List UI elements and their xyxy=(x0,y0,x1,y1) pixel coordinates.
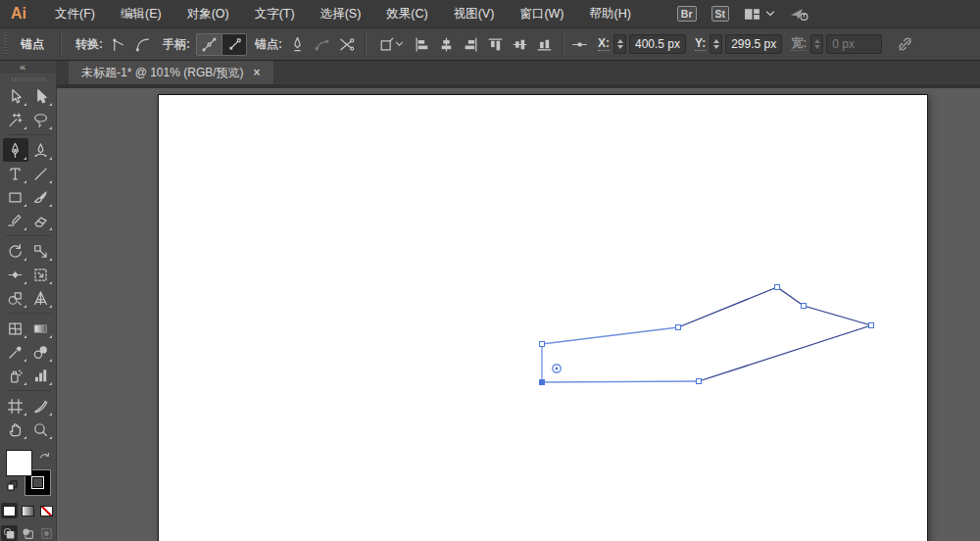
constrain-proportions-icon xyxy=(896,35,914,53)
align-top-button[interactable] xyxy=(483,33,508,56)
menu-item-7[interactable]: 窗口(W) xyxy=(507,0,576,27)
cut-path-button[interactable] xyxy=(334,33,359,56)
convert-to-smooth-button[interactable] xyxy=(130,33,155,56)
flyout-indicator xyxy=(49,180,52,183)
blend-tool-icon xyxy=(32,344,49,361)
column-graph-tool[interactable] xyxy=(28,364,54,387)
curvature-tool[interactable] xyxy=(28,138,54,162)
x-input[interactable]: 400.5 px xyxy=(629,34,686,54)
width-tool[interactable] xyxy=(3,263,28,286)
chevron-down-icon xyxy=(395,40,404,48)
eyedropper-tool[interactable] xyxy=(3,340,28,364)
blend-tool[interactable] xyxy=(28,340,54,364)
pen-path-overlay[interactable] xyxy=(57,88,980,541)
draw-behind-button[interactable] xyxy=(20,525,36,541)
width-input: 0 px xyxy=(826,34,882,54)
flyout-indicator xyxy=(49,227,52,230)
share-gpu-icon[interactable] xyxy=(790,6,809,23)
paintbrush-tool[interactable] xyxy=(28,185,54,209)
flyout-indicator xyxy=(24,103,26,106)
hide-handles-button[interactable] xyxy=(221,34,246,55)
free-transform-tool[interactable] xyxy=(28,263,54,286)
line-segment-tool[interactable] xyxy=(28,162,54,185)
width-tool-icon xyxy=(7,267,24,283)
fill-stroke-control[interactable] xyxy=(6,450,51,496)
align-center-horizontal-button[interactable] xyxy=(434,33,459,56)
bridge-button[interactable]: Br xyxy=(677,6,697,22)
flyout-indicator xyxy=(24,126,26,129)
width-field: 宽: 0 px xyxy=(791,34,882,54)
align-right-button[interactable] xyxy=(459,33,483,56)
tools-panel-grip[interactable] xyxy=(12,77,45,81)
slice-tool[interactable] xyxy=(28,394,54,418)
direct-selection-tool[interactable] xyxy=(3,84,28,108)
selection-tool[interactable] xyxy=(28,84,54,108)
y-label: Y: xyxy=(695,37,706,51)
gradient-button[interactable] xyxy=(20,503,36,518)
flyout-indicator xyxy=(49,204,52,207)
convert-to-corner-button[interactable] xyxy=(106,33,130,56)
flyout-indicator xyxy=(49,335,52,338)
align-center-vertical-button[interactable] xyxy=(508,33,532,56)
type-tool[interactable] xyxy=(3,162,28,185)
artboard-tool[interactable] xyxy=(3,394,28,418)
flyout-indicator xyxy=(49,281,52,284)
shape-builder-tool[interactable] xyxy=(3,286,28,310)
stock-button[interactable]: St xyxy=(711,6,730,22)
document-tab[interactable]: 未标题-1* @ 101% (RGB/预览) × xyxy=(69,61,273,84)
none-button[interactable] xyxy=(38,503,55,518)
shaper-tool[interactable] xyxy=(3,209,28,232)
draw-inside-button[interactable] xyxy=(38,525,55,541)
align-to-artboard-dropdown[interactable] xyxy=(372,33,410,56)
workspace-switcher[interactable] xyxy=(744,6,775,23)
connect-path-button[interactable] xyxy=(310,33,334,56)
y-stepper[interactable] xyxy=(710,34,722,54)
zoom-tool[interactable] xyxy=(28,418,54,441)
mesh-tool[interactable] xyxy=(3,317,28,340)
drawing-mode-buttons xyxy=(1,525,55,541)
show-handles-button[interactable] xyxy=(197,34,221,55)
smooth-point-icon xyxy=(134,36,151,53)
rectangle-tool[interactable] xyxy=(3,185,28,209)
color-button[interactable] xyxy=(1,503,18,518)
hand-tool[interactable] xyxy=(3,418,28,441)
tool-group-divider xyxy=(6,390,51,391)
eraser-tool[interactable] xyxy=(28,209,54,232)
rotate-tool[interactable] xyxy=(3,239,28,263)
scale-tool[interactable] xyxy=(28,239,54,263)
menu-item-2[interactable]: 对象(O) xyxy=(174,0,242,27)
align-bottom-button[interactable] xyxy=(532,33,557,56)
pen-tool[interactable] xyxy=(3,138,28,162)
panel-grip[interactable] xyxy=(2,32,9,56)
direct-selection-tool-icon xyxy=(7,88,24,105)
magic-wand-tool[interactable] xyxy=(3,108,28,131)
remove-anchor-button[interactable] xyxy=(285,33,310,56)
divider xyxy=(563,32,564,56)
align-left-button[interactable] xyxy=(410,33,434,56)
menu-item-0[interactable]: 文件(F) xyxy=(42,0,108,27)
default-fill-stroke-icon[interactable] xyxy=(7,480,18,491)
menubar-right: Br St xyxy=(677,6,809,23)
tab-close-icon[interactable]: × xyxy=(254,67,261,78)
canvas-pasteboard[interactable] xyxy=(57,88,980,541)
menu-item-3[interactable]: 文字(T) xyxy=(242,0,308,27)
menu-item-1[interactable]: 编辑(E) xyxy=(108,0,174,27)
menu-item-4[interactable]: 选择(S) xyxy=(308,0,374,27)
symbol-sprayer-tool[interactable] xyxy=(3,364,28,387)
flyout-indicator xyxy=(49,305,52,308)
menu-item-6[interactable]: 视图(V) xyxy=(441,0,508,27)
menu-item-5[interactable]: 效果(C) xyxy=(373,0,440,27)
x-stepper[interactable] xyxy=(613,34,626,54)
draw-behind-icon xyxy=(21,526,35,541)
swap-fill-stroke-icon[interactable] xyxy=(39,451,50,461)
fill-swatch[interactable] xyxy=(6,450,32,476)
y-input[interactable]: 299.5 px xyxy=(725,34,782,54)
gradient-tool[interactable] xyxy=(28,317,54,340)
draw-normal-button[interactable] xyxy=(1,525,18,541)
illustrator-logo: Ai xyxy=(0,5,42,23)
collapse-panel-button[interactable]: « xyxy=(0,61,56,74)
lasso-tool[interactable] xyxy=(28,108,54,131)
perspective-grid-tool[interactable] xyxy=(28,286,54,310)
menu-item-8[interactable]: 帮助(H) xyxy=(577,0,644,27)
x-position-field: X: 400.5 px xyxy=(598,34,686,54)
